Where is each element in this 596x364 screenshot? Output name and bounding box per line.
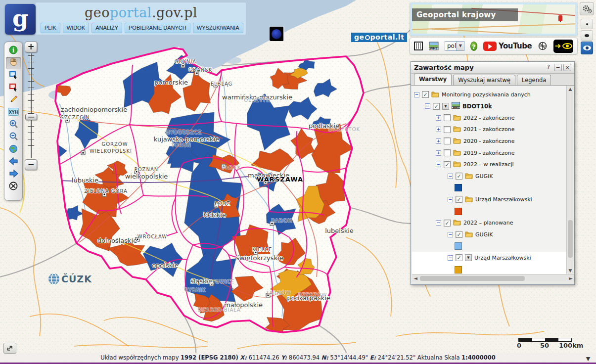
horizontal-scroll-thumb[interactable] xyxy=(420,276,525,281)
layer-checkbox[interactable] xyxy=(444,114,451,121)
menu-item-wyszukiwania[interactable]: WYSZUKIWANIA xyxy=(193,23,243,33)
wheel-button[interactable] xyxy=(538,41,548,51)
menu-item-widok[interactable]: WIDOK xyxy=(63,23,89,33)
layer-label[interactable]: 2022 – planowane xyxy=(463,220,513,226)
menu-item-plik[interactable]: PLIK xyxy=(41,23,60,33)
layer-tree-row: −✓▼WMSBDOT10k xyxy=(425,100,492,112)
scroll-down-icon[interactable]: ▼ xyxy=(567,267,574,274)
layer-label[interactable]: GUGiK xyxy=(475,231,493,238)
overview-map-panel[interactable]: Geoportal krajowy xyxy=(410,2,577,36)
select-rect-blue-tool-button[interactable] xyxy=(6,69,21,82)
layer-checkbox[interactable]: ✓ xyxy=(456,254,462,261)
voivodeship-label-kujawsko-pomorskie: kujawsko-pomorskie xyxy=(154,136,219,143)
panel-minimize-button[interactable]: − xyxy=(554,64,562,71)
layer-label[interactable]: GUGiK xyxy=(475,173,493,180)
font-size-large-button[interactable] xyxy=(581,42,593,54)
layer-checkbox[interactable] xyxy=(444,137,451,144)
collapse-statusbar-button[interactable]: ▼ xyxy=(582,355,594,363)
vertical-scroll-thumb[interactable] xyxy=(568,220,573,258)
layer-checkbox[interactable]: ✓ xyxy=(456,173,462,180)
pan-hand-tool-button[interactable] xyxy=(6,57,21,69)
clear-rect-red-icon xyxy=(9,83,18,93)
layer-checkbox[interactable]: ✓ xyxy=(456,231,462,238)
panel-close-button[interactable]: × xyxy=(563,64,571,71)
globe-icon xyxy=(47,273,60,285)
menu-item-pobieranie-danych[interactable]: POBIERANIE DANYCH xyxy=(125,23,190,33)
layer-label[interactable]: 2019 - zakończone xyxy=(463,150,514,156)
tab-legenda[interactable]: Legenda xyxy=(517,75,551,85)
geoportal-logo[interactable]: g xyxy=(5,4,36,35)
horizontal-scrollbar[interactable]: ◄ ► xyxy=(412,274,574,281)
info-tool-button[interactable]: i xyxy=(6,45,21,57)
font-size-medium-button[interactable] xyxy=(581,30,593,41)
high-contrast-toggle[interactable]: ➜ xyxy=(553,40,573,53)
layer-label[interactable]: 2022 - zakończone xyxy=(463,115,514,121)
vertical-scrollbar[interactable]: ▲ ▼ xyxy=(566,86,573,274)
expand-map-button[interactable] xyxy=(3,343,16,354)
collapse-node-icon[interactable]: − xyxy=(448,255,453,261)
layer-options-dropdown[interactable]: ▼ xyxy=(465,254,472,261)
pan-hand-icon xyxy=(9,58,18,69)
wms-service-button[interactable]: WMS xyxy=(429,42,439,50)
collapse-node-icon[interactable]: − xyxy=(436,162,441,167)
voivodeship-label-pomorskie: pomorskie xyxy=(154,79,188,86)
layer-checkbox[interactable]: ✓ xyxy=(422,91,429,98)
expand-node-icon[interactable]: + xyxy=(436,115,441,121)
expand-node-icon[interactable]: + xyxy=(436,150,441,156)
font-size-small-button[interactable] xyxy=(581,19,593,29)
collapse-node-icon[interactable]: − xyxy=(448,232,453,237)
xyh-coordinates-tool-button[interactable]: XYH xyxy=(6,106,21,119)
zoom-in-button[interactable]: + xyxy=(25,42,37,52)
scroll-right-icon[interactable]: ► xyxy=(567,275,574,282)
city-label-wrocław: WROCŁAW xyxy=(138,234,168,239)
menu-item-analizy[interactable]: ANALIZY xyxy=(92,23,122,33)
collapse-node-icon[interactable]: − xyxy=(436,220,441,226)
layer-label[interactable]: 2020 - zakończone xyxy=(463,138,514,144)
expand-node-icon[interactable]: + xyxy=(436,127,441,132)
zoom-in-tool-button[interactable] xyxy=(6,119,21,131)
layer-label[interactable]: Monitoring pozyskiwania danych xyxy=(442,91,531,98)
zoom-out-tool-button[interactable] xyxy=(6,131,21,143)
layer-checkbox[interactable]: ✓ xyxy=(444,220,451,227)
youtube-link[interactable]: YouTube xyxy=(483,42,532,51)
layer-checkbox[interactable]: ✓ xyxy=(433,103,440,110)
language-select[interactable]: pol ▼ xyxy=(445,41,464,51)
collapse-node-icon[interactable]: − xyxy=(448,197,453,202)
city-label-rzeszów: RZESZÓW xyxy=(298,292,327,298)
layer-label[interactable]: 2021 - zakończone xyxy=(463,126,514,133)
layer-label[interactable]: 2022 – w realizacji xyxy=(463,161,514,168)
tab-warstwy[interactable]: Warstwy xyxy=(414,74,452,85)
next-view-icon xyxy=(9,170,18,180)
layer-checkbox[interactable] xyxy=(444,149,451,156)
panel-titlebar[interactable]: Zawartość mapy ? − × xyxy=(411,62,574,74)
scroll-left-icon[interactable]: ◄ xyxy=(412,275,419,282)
layer-label[interactable]: Urząd Marszałkowski xyxy=(475,196,532,203)
statusbar-text: 611474.26 xyxy=(247,354,281,361)
zoom-out-button[interactable]: − xyxy=(25,159,37,170)
layer-label[interactable]: BDOT10k xyxy=(462,103,492,110)
settings-button[interactable] xyxy=(580,2,594,15)
full-extent-globe-tool-button[interactable] xyxy=(6,143,21,156)
scroll-up-icon[interactable]: ▲ xyxy=(567,86,574,92)
collapse-node-icon[interactable]: − xyxy=(414,92,419,97)
layer-label[interactable]: Urząd Marszałkowski xyxy=(474,255,531,261)
panel-help-button[interactable]: ? xyxy=(545,64,552,71)
help-button[interactable]: ? xyxy=(470,42,477,51)
previous-view-tool-button[interactable] xyxy=(6,156,21,168)
tab-wyszukaj-warstwę[interactable]: Wyszukaj warstwę xyxy=(453,75,515,85)
collapse-node-icon[interactable]: − xyxy=(448,174,453,179)
cancel-tool-button[interactable] xyxy=(6,181,21,193)
cuzk-watermark: ČÚZK xyxy=(47,273,92,285)
clear-rect-red-tool-button[interactable] xyxy=(6,82,21,94)
grid-tools-button[interactable] xyxy=(414,42,423,50)
layer-options-dropdown[interactable]: ▼ xyxy=(442,103,449,110)
layer-checkbox[interactable]: ✓ xyxy=(456,196,462,203)
collapse-node-icon[interactable]: − xyxy=(425,103,430,109)
zoom-slider-handle[interactable] xyxy=(25,114,37,120)
layer-checkbox[interactable]: ✓ xyxy=(444,161,451,168)
next-view-tool-button[interactable] xyxy=(6,168,21,181)
layer-checkbox[interactable] xyxy=(444,126,451,133)
zoom-slider-track[interactable] xyxy=(30,53,32,158)
expand-node-icon[interactable]: + xyxy=(436,138,441,144)
draw-pencil-tool-button[interactable] xyxy=(6,94,21,106)
